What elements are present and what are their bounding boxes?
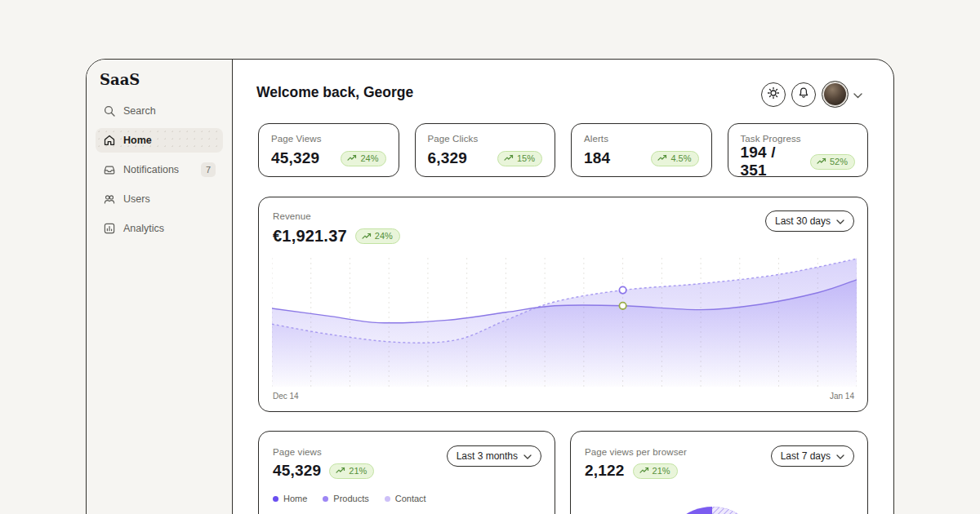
notifications-button[interactable] bbox=[791, 82, 816, 107]
sidebar-item-notifications[interactable]: Notifications7 bbox=[96, 157, 223, 182]
analytics-icon bbox=[103, 222, 116, 235]
sidebar-item-label: Users bbox=[123, 193, 150, 205]
sun-icon bbox=[767, 86, 780, 102]
legend-item-products: Products bbox=[323, 494, 368, 503]
app-window: SaaS SearchHomeNotifications7UsersAnalyt… bbox=[86, 59, 894, 514]
trend-up-icon bbox=[347, 154, 357, 162]
page-views-label: Page views bbox=[273, 447, 322, 457]
stat-delta-badge: 15% bbox=[497, 151, 542, 166]
stats-row: Page Views45,32924%Page Clicks6,32915%Al… bbox=[258, 123, 868, 177]
stat-value: 194 / 351 bbox=[741, 144, 805, 179]
dashboard-screen: SaaS SearchHomeNotifications7UsersAnalyt… bbox=[0, 0, 980, 514]
sidebar-item-label: Home bbox=[123, 135, 152, 146]
stat-delta-badge: 52% bbox=[810, 154, 855, 170]
revenue-range-select[interactable]: Last 30 days bbox=[765, 210, 854, 232]
page-views-legend: HomeProductsContact bbox=[273, 494, 426, 503]
stat-delta-badge: 24% bbox=[341, 151, 385, 166]
stat-value: 6,329 bbox=[428, 149, 468, 167]
chart-hover-marker bbox=[619, 303, 626, 309]
chevron-down-icon bbox=[853, 87, 862, 102]
stat-delta-badge: 4.5% bbox=[651, 151, 698, 166]
stat-label: Page Views bbox=[271, 134, 386, 144]
stat-value: 184 bbox=[584, 149, 610, 167]
axis-end-label: Jan 14 bbox=[830, 392, 854, 401]
avatar bbox=[822, 81, 849, 108]
bell-icon bbox=[797, 86, 810, 102]
inbox-icon bbox=[103, 163, 116, 176]
sidebar-item-label: Search bbox=[123, 105, 156, 117]
page-views-range-select[interactable]: Last 3 months bbox=[447, 445, 541, 467]
stat-label: Page Clicks bbox=[428, 134, 543, 144]
sidebar-item-label: Notifications bbox=[123, 164, 179, 175]
stat-card: Task Progress194 / 35152% bbox=[728, 123, 869, 177]
stat-card: Alerts1844.5% bbox=[571, 123, 712, 177]
chevron-down-icon bbox=[836, 215, 844, 227]
chart-hover-marker bbox=[619, 286, 626, 293]
search-icon bbox=[103, 104, 116, 117]
theme-toggle-button[interactable] bbox=[761, 82, 786, 107]
trend-up-icon bbox=[362, 233, 372, 241]
legend-item-contact: Contact bbox=[385, 494, 426, 503]
axis-start-label: Dec 14 bbox=[273, 392, 299, 401]
sidebar-item-users[interactable]: Users bbox=[96, 187, 223, 211]
trend-up-icon bbox=[657, 154, 667, 162]
page-title: Welcome back, George bbox=[256, 84, 413, 101]
revenue-chart[interactable] bbox=[272, 256, 857, 387]
browser-pie-chart[interactable] bbox=[658, 504, 773, 514]
sidebar-nav: SearchHomeNotifications7UsersAnalytics bbox=[96, 99, 223, 241]
browser-views-range-select[interactable]: Last 7 days bbox=[771, 445, 854, 467]
profile-menu-button[interactable] bbox=[822, 81, 862, 108]
revenue-card: Revenue €1,921.37 24% Last 30 days Dec 1… bbox=[258, 197, 868, 412]
sidebar-item-home[interactable]: Home bbox=[96, 128, 223, 153]
legend-dot bbox=[273, 496, 278, 502]
stat-card: Page Clicks6,32915% bbox=[415, 123, 556, 177]
chevron-down-icon bbox=[836, 450, 844, 462]
sidebar-item-search[interactable]: Search bbox=[96, 99, 223, 123]
page-views-value: 45,329 bbox=[273, 462, 321, 480]
legend-dot bbox=[323, 496, 328, 502]
stat-label: Task Progress bbox=[741, 134, 856, 144]
trend-up-icon bbox=[504, 154, 514, 162]
trend-up-icon bbox=[817, 157, 826, 166]
chevron-down-icon bbox=[523, 450, 532, 462]
browser-views-delta-badge: 21% bbox=[633, 463, 678, 479]
avatar-photo bbox=[824, 83, 846, 105]
app-logo: SaaS bbox=[100, 71, 140, 88]
sidebar-item-label: Analytics bbox=[123, 223, 164, 234]
stat-value: 45,329 bbox=[271, 149, 319, 167]
page-views-card: Page views 45,329 21% Last 3 months Home… bbox=[258, 431, 555, 514]
sidebar-item-analytics[interactable]: Analytics bbox=[96, 216, 223, 241]
revenue-value: €1,921.37 bbox=[273, 227, 347, 246]
users-icon bbox=[103, 193, 116, 206]
revenue-delta-badge: 24% bbox=[355, 228, 400, 244]
browser-views-value: 2,122 bbox=[585, 462, 625, 480]
header-actions bbox=[761, 81, 862, 108]
trend-up-icon bbox=[336, 467, 345, 475]
stat-card: Page Views45,32924% bbox=[258, 123, 399, 177]
browser-views-label: Page views per browser bbox=[585, 447, 687, 457]
home-icon bbox=[103, 134, 116, 147]
revenue-x-axis: Dec 14 Jan 14 bbox=[273, 392, 854, 401]
notification-count-badge: 7 bbox=[201, 162, 216, 177]
stat-label: Alerts bbox=[584, 134, 699, 144]
page-views-delta-badge: 21% bbox=[329, 463, 374, 479]
browser-views-card: Page views per browser 2,122 21% Last 7 … bbox=[570, 431, 868, 514]
sidebar: SaaS SearchHomeNotifications7UsersAnalyt… bbox=[87, 60, 233, 514]
revenue-label: Revenue bbox=[273, 211, 311, 221]
trend-up-icon bbox=[639, 467, 649, 475]
legend-item-home: Home bbox=[273, 494, 307, 503]
legend-dot bbox=[385, 496, 390, 502]
